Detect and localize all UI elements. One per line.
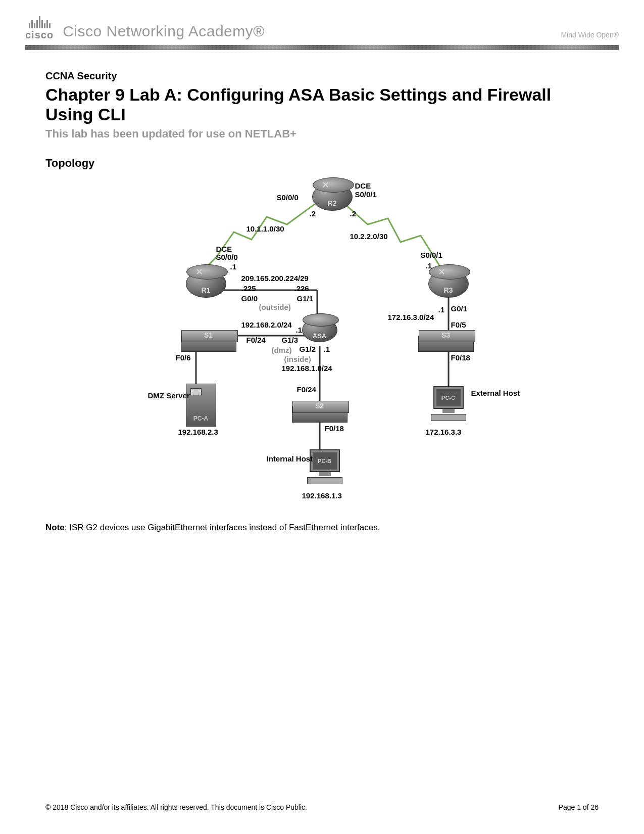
net-10-2: 10.2.2.0/30 <box>350 232 388 241</box>
r3-label: R3 <box>429 286 468 294</box>
s3-f018: F0/18 <box>451 353 470 362</box>
net-172: 172.16.3.0/24 <box>388 313 434 321</box>
page-header: cisco Cisco Networking Academy® Mind Wid… <box>0 0 644 41</box>
r2-s000-label: S0/0/0 <box>277 193 299 202</box>
update-notice: This lab has been updated for use on NET… <box>45 127 599 141</box>
switch-s2: S2 <box>292 406 348 423</box>
outside-zone: (outside) <box>259 303 291 311</box>
dot225: .225 <box>241 284 256 293</box>
s1-label: S1 <box>181 331 236 339</box>
note: Note: ISR G2 devices use GigabitEthernet… <box>45 523 599 533</box>
switch-s3: S3 <box>418 336 474 352</box>
s1-f024: F0/24 <box>246 336 266 344</box>
logo-area: cisco Cisco Networking Academy® <box>25 15 265 41</box>
asa-dot1a: .1 <box>296 326 303 334</box>
g13: G1/3 <box>282 336 299 344</box>
pcc-ip: 172.16.3.3 <box>426 428 462 436</box>
pc-c: PC-C <box>428 386 469 424</box>
r1-dce: DCE <box>216 245 232 253</box>
dot226: .226 <box>294 284 309 293</box>
dmz-zone: (dmz) <box>272 346 292 354</box>
server-pca: PC-A <box>186 384 216 427</box>
header-divider <box>25 45 619 50</box>
net-192-2: 192.168.2.0/24 <box>241 320 292 329</box>
external-host-label: External Host <box>471 389 507 397</box>
r2-label: R2 <box>313 199 352 207</box>
topology-diagram: ✕ R2 DCE S0/0/1 S0/0/0 .2 .2 10.1.1.0/30… <box>120 174 524 507</box>
pca-label: PC-A <box>186 415 216 422</box>
page-number: Page 1 of 26 <box>559 803 599 811</box>
dmz-server-label: DMZ Server <box>148 391 183 400</box>
s2-label: S2 <box>292 402 347 410</box>
course-name: CCNA Security <box>45 70 599 82</box>
pcc-label: PC-C <box>436 389 461 406</box>
r3-s001: S0/0/1 <box>421 251 442 259</box>
page-footer: © 2018 Cisco and/or its affiliates. All … <box>45 803 599 811</box>
internal-host-label: Internal Host <box>267 454 302 463</box>
s2-f018: F0/18 <box>325 424 344 433</box>
pcb-label: PC-B <box>313 452 337 470</box>
net-209: 209.165.200.224/29 <box>241 274 309 283</box>
cisco-logo: cisco <box>25 15 54 41</box>
copyright: © 2018 Cisco and/or its affiliates. All … <box>45 803 307 811</box>
r1-s000: S0/0/0 <box>216 253 238 261</box>
r1-label: R1 <box>186 286 226 294</box>
r3-dot1b: .1 <box>438 305 445 314</box>
g12: G1/2 <box>300 345 316 353</box>
s2-f024: F0/24 <box>297 385 316 394</box>
pcb-ip: 192.168.1.3 <box>302 491 342 500</box>
inside-zone: (inside) <box>284 355 311 363</box>
r2-dot2a: .2 <box>310 209 316 218</box>
note-text: : ISR G2 devices use GigabitEthernet int… <box>65 523 380 532</box>
r2-dce-label: DCE <box>355 181 371 190</box>
academy-title: Cisco Networking Academy® <box>63 23 265 41</box>
s1-f06: F0/6 <box>176 353 191 362</box>
r3-g01: G0/1 <box>451 304 468 313</box>
cisco-wordmark: cisco <box>25 29 54 41</box>
r2-dot2b: .2 <box>350 209 357 218</box>
note-label: Note <box>45 523 65 532</box>
net-192-1: 192.168.1.0/24 <box>282 364 332 373</box>
router-r2: ✕ R2 <box>312 183 353 211</box>
cisco-bars-icon <box>29 15 51 28</box>
asa-device: ASA <box>302 318 337 342</box>
s3-label: S3 <box>419 331 473 339</box>
page-title: Chapter 9 Lab A: Configuring ASA Basic S… <box>45 85 599 124</box>
switch-s1: S1 <box>181 336 236 352</box>
net-10-1: 10.1.1.0/30 <box>246 224 284 233</box>
asa-dot1b: .1 <box>324 345 330 353</box>
r3-dot1: .1 <box>426 261 432 270</box>
r1-dot1: .1 <box>230 262 237 271</box>
content: CCNA Security Chapter 9 Lab A: Configuri… <box>0 50 644 533</box>
g11: G1/1 <box>297 294 314 303</box>
r2-s001-label: S0/0/1 <box>355 190 377 199</box>
asa-label: ASA <box>303 332 337 340</box>
router-r3: ✕ R3 <box>428 270 469 298</box>
router-r1: ✕ R1 <box>186 270 226 298</box>
section-heading: Topology <box>45 157 599 170</box>
g00: G0/0 <box>241 294 258 303</box>
s3-f05: F0/5 <box>451 320 466 329</box>
pca-ip: 192.168.2.3 <box>178 428 218 436</box>
tagline: Mind Wide Open® <box>561 31 619 41</box>
